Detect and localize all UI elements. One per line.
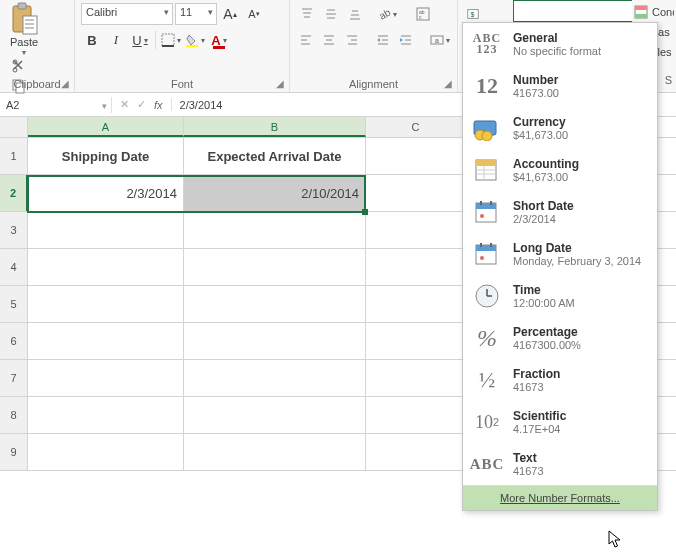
decrease-font-button[interactable]: A▾: [243, 3, 265, 25]
cell-a7[interactable]: [28, 360, 184, 396]
cell-a2[interactable]: 2/3/2014: [28, 175, 184, 211]
bold-button[interactable]: B: [81, 29, 103, 51]
row-header-8[interactable]: 8: [0, 397, 28, 433]
cell-a3[interactable]: [28, 212, 184, 248]
fill-color-button[interactable]: [184, 29, 206, 51]
format-title: Percentage: [513, 325, 649, 339]
svg-rect-2: [23, 16, 37, 34]
cancel-formula-icon[interactable]: ✕: [120, 98, 129, 111]
format-example: 4167300.00%: [513, 339, 649, 351]
cell-c5[interactable]: [366, 286, 466, 322]
cell-c3[interactable]: [366, 212, 466, 248]
svg-rect-1: [18, 3, 26, 9]
name-box[interactable]: A2: [0, 97, 112, 113]
group-font: Calibri 11 A▴ A▾ B I U A Font ◢: [75, 0, 290, 92]
align-right-button[interactable]: [342, 29, 363, 51]
row-header-4[interactable]: 4: [0, 249, 28, 285]
cell-c6[interactable]: [366, 323, 466, 359]
cell-b7[interactable]: [184, 360, 366, 396]
increase-indent-button[interactable]: [396, 29, 417, 51]
svg-rect-15: [213, 46, 225, 49]
merge-center-button[interactable]: a: [430, 29, 451, 51]
paste-button[interactable]: Paste ▾: [6, 2, 42, 57]
format-example: Monday, February 3, 2014: [513, 255, 649, 267]
svg-point-77: [480, 256, 484, 260]
align-middle-button[interactable]: [320, 3, 342, 25]
alignment-launcher[interactable]: ◢: [444, 78, 454, 88]
row-header-1[interactable]: 1: [0, 138, 28, 174]
row-header-7[interactable]: 7: [0, 360, 28, 396]
orientation-button[interactable]: ab: [376, 3, 398, 25]
cell-c8[interactable]: [366, 397, 466, 433]
cell-c9[interactable]: [366, 434, 466, 470]
italic-button[interactable]: I: [105, 29, 127, 51]
cell-a9[interactable]: [28, 434, 184, 470]
accounting-icon: [471, 155, 503, 185]
enter-formula-icon[interactable]: ✓: [137, 98, 146, 111]
cell-b9[interactable]: [184, 434, 366, 470]
column-header-a[interactable]: A: [28, 117, 184, 137]
cell-a8[interactable]: [28, 397, 184, 433]
cell-c4[interactable]: [366, 249, 466, 285]
fx-icon[interactable]: fx: [154, 99, 163, 111]
svg-rect-53: [635, 14, 647, 18]
row-header-2[interactable]: 2: [0, 175, 28, 211]
cell-a6[interactable]: [28, 323, 184, 359]
column-header-c[interactable]: C: [366, 117, 466, 137]
font-launcher[interactable]: ◢: [276, 78, 286, 88]
row-header-5[interactable]: 5: [0, 286, 28, 322]
format-option-accounting[interactable]: Accounting$41,673.00: [463, 149, 657, 191]
cell-c7[interactable]: [366, 360, 466, 396]
cell-b8[interactable]: [184, 397, 366, 433]
general-icon: ABC123: [471, 29, 503, 59]
column-header-b[interactable]: B: [184, 117, 366, 137]
align-top-button[interactable]: [296, 3, 318, 25]
borders-button[interactable]: [160, 29, 182, 51]
cut-button[interactable]: [8, 58, 30, 78]
svg-rect-66: [476, 160, 496, 166]
cell-c2[interactable]: [366, 175, 466, 211]
number-icon: 12: [471, 71, 503, 101]
align-left-button[interactable]: [296, 29, 317, 51]
row-header-3[interactable]: 3: [0, 212, 28, 248]
decrease-indent-button[interactable]: [373, 29, 394, 51]
cell-a5[interactable]: [28, 286, 184, 322]
underline-button[interactable]: U: [129, 29, 151, 51]
format-example: No specific format: [513, 45, 649, 57]
clipboard-launcher[interactable]: ◢: [61, 78, 71, 88]
cell-a4[interactable]: [28, 249, 184, 285]
select-all-corner[interactable]: [0, 117, 28, 137]
number-format-dropdown: ABC123 GeneralNo specific format 12 Numb…: [462, 22, 658, 511]
cell-b2[interactable]: 2/10/2014: [184, 175, 366, 211]
cell-b1[interactable]: Expected Arrival Date: [184, 138, 366, 174]
format-example: 12:00:00 AM: [513, 297, 649, 309]
more-number-formats-button[interactable]: More Number Formats...: [463, 485, 657, 510]
row-header-9[interactable]: 9: [0, 434, 28, 470]
format-option-currency[interactable]: Currency$41,673.00: [463, 107, 657, 149]
align-bottom-button[interactable]: [344, 3, 366, 25]
align-center-button[interactable]: [319, 29, 340, 51]
increase-font-button[interactable]: A▴: [219, 3, 241, 25]
format-option-general[interactable]: ABC123 GeneralNo specific format: [463, 23, 657, 65]
font-color-button[interactable]: A: [208, 29, 230, 51]
cell-b5[interactable]: [184, 286, 366, 322]
svg-text:a: a: [435, 37, 439, 44]
cell-a1[interactable]: Shipping Date: [28, 138, 184, 174]
format-option-text[interactable]: ABC Text41673: [463, 443, 657, 485]
format-option-percentage[interactable]: % Percentage4167300.00%: [463, 317, 657, 359]
format-option-number[interactable]: 12 Number41673.00: [463, 65, 657, 107]
conditional-formatting-button[interactable]: Conditional Formatting: [634, 2, 674, 22]
cell-c1[interactable]: [366, 138, 466, 174]
cell-b4[interactable]: [184, 249, 366, 285]
format-option-fraction[interactable]: ½ Fraction41673: [463, 359, 657, 401]
font-name-combo[interactable]: Calibri: [81, 3, 173, 25]
font-size-combo[interactable]: 11: [175, 3, 217, 25]
format-option-longdate[interactable]: Long DateMonday, February 3, 2014: [463, 233, 657, 275]
cell-b3[interactable]: [184, 212, 366, 248]
format-option-scientific[interactable]: 102 Scientific4.17E+04: [463, 401, 657, 443]
format-option-shortdate[interactable]: Short Date2/3/2014: [463, 191, 657, 233]
row-header-6[interactable]: 6: [0, 323, 28, 359]
format-option-time[interactable]: Time12:00:00 AM: [463, 275, 657, 317]
cell-b6[interactable]: [184, 323, 366, 359]
wrap-text-button[interactable]: abc: [412, 3, 434, 25]
